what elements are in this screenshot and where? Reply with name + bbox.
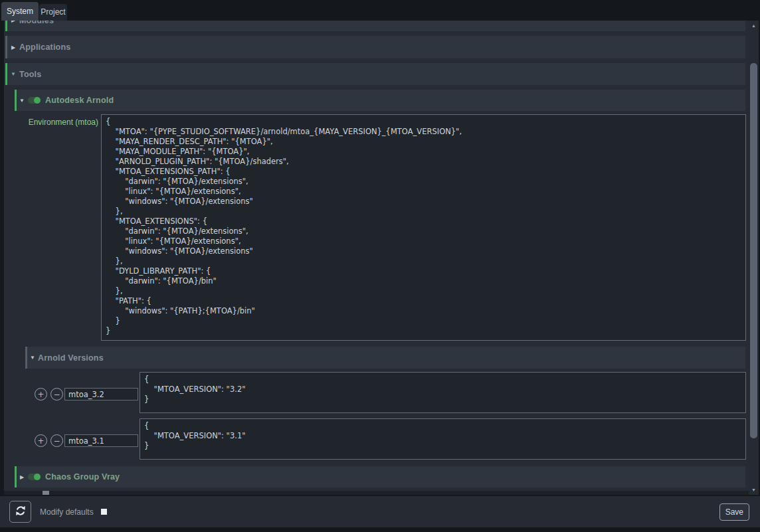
section-label-arnold: Autodesk Arnold (45, 96, 114, 105)
section-header-vray[interactable]: ▶ Chaos Group Vray (15, 466, 745, 488)
chevron-down-icon: ▼ (27, 355, 38, 361)
modify-defaults-label: Modify defaults (40, 507, 94, 517)
environment-mtoa-editor[interactable]: { "MTOA": "{PYPE_STUDIO_SOFTWARE}/arnold… (101, 114, 746, 341)
section-label-vray: Chaos Group Vray (45, 472, 120, 482)
chevron-down-icon: ▼ (7, 71, 19, 77)
remove-version-button[interactable]: − (50, 388, 63, 400)
modify-defaults-checkbox[interactable] (101, 509, 107, 515)
version-value-editor[interactable]: { "MTOA_VERSION": "3.2" } (140, 372, 746, 413)
refresh-icon (15, 505, 27, 519)
save-button[interactable]: Save (719, 503, 749, 521)
remove-version-button[interactable]: − (50, 434, 63, 447)
section-header-applications[interactable]: ▶ Applications (5, 36, 745, 58)
environment-mtoa-label: Environment (mtoa) (4, 118, 98, 127)
vray-enabled-toggle[interactable] (28, 474, 41, 480)
version-key-input[interactable] (64, 434, 138, 447)
vertical-scrollbar-thumb[interactable] (750, 63, 757, 438)
section-label-modules: Modules (19, 21, 54, 25)
section-header-arnold[interactable]: ▼ Autodesk Arnold (15, 90, 745, 111)
settings-panel: ▶ Modules ▶ Applications ▼ Tools ▼ Autod… (4, 21, 749, 495)
horizontal-scrollbar-thumb[interactable] (43, 491, 49, 495)
tab-bar: System Project (0, 0, 760, 21)
modify-defaults-group: Modify defaults (40, 496, 107, 527)
chevron-right-icon: ▶ (7, 21, 19, 23)
add-version-button[interactable]: + (35, 434, 47, 447)
section-header-modules[interactable]: ▶ Modules (5, 21, 745, 31)
section-label-applications: Applications (19, 43, 70, 52)
tab-project[interactable]: Project (39, 4, 67, 21)
section-label-arnold-versions: Arnold Versions (38, 353, 104, 363)
scroll-down-icon[interactable]: ▼ (749, 485, 759, 495)
settings-window: System Project ▶ Modules ▶ Applications … (0, 0, 760, 532)
scroll-up-icon[interactable]: ▲ (749, 21, 759, 31)
section-header-tools[interactable]: ▼ Tools (5, 63, 745, 85)
horizontal-scrollbar[interactable] (4, 491, 749, 495)
arnold-enabled-toggle[interactable] (28, 97, 41, 104)
vertical-scrollbar[interactable]: ▲ ▼ (749, 21, 759, 495)
add-version-button[interactable]: + (35, 388, 47, 400)
version-value-editor[interactable]: { "MTOA_VERSION": "3.1" } (140, 418, 746, 460)
refresh-button[interactable] (9, 501, 31, 523)
tab-system[interactable]: System (1, 2, 39, 21)
chevron-right-icon: ▶ (17, 474, 27, 480)
section-header-arnold-versions[interactable]: ▼ Arnold Versions (25, 347, 745, 369)
section-label-tools: Tools (19, 70, 41, 79)
footer-bar: Modify defaults Save (0, 496, 760, 527)
chevron-down-icon: ▼ (17, 98, 27, 104)
chevron-right-icon: ▶ (7, 44, 19, 50)
version-key-input[interactable] (64, 388, 138, 400)
